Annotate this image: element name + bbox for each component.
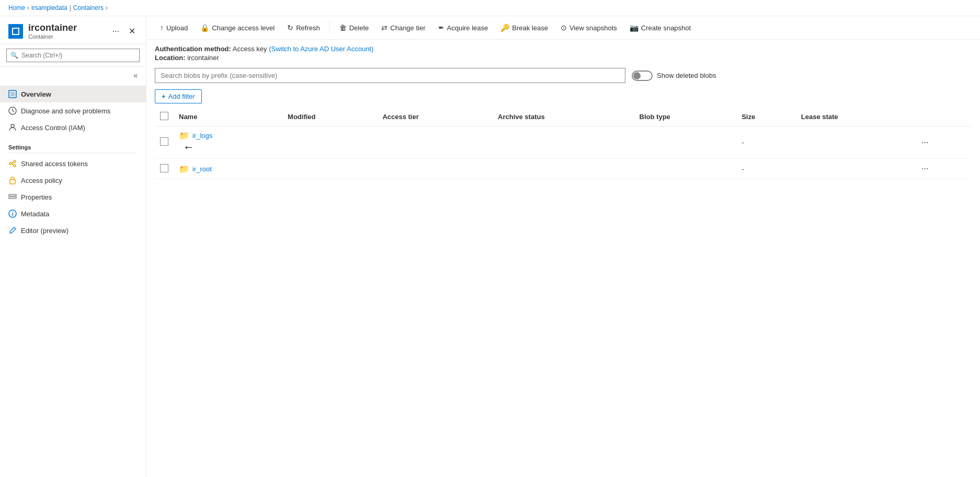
break-lease-button[interactable]: 🔑 Break lease xyxy=(495,20,553,35)
svg-point-4 xyxy=(9,162,12,165)
container-icon xyxy=(8,24,23,39)
row-1-access-tier xyxy=(377,126,493,159)
col-name: Name xyxy=(174,108,282,126)
blob-table: Name Modified Access tier Archive status… xyxy=(155,108,972,179)
row-2-more-button[interactable]: ··· xyxy=(918,163,931,174)
toolbar-separator-1 xyxy=(329,21,330,34)
show-deleted-label: Show deleted blobs xyxy=(657,72,716,79)
change-tier-button[interactable]: ⇄ Change tier xyxy=(376,20,430,35)
col-modified: Modified xyxy=(282,108,377,126)
breadcrumb-sep3: › xyxy=(106,4,108,11)
diagnose-icon xyxy=(8,107,17,115)
breadcrumb-storage[interactable]: irsampledata xyxy=(31,4,67,11)
access-policy-icon xyxy=(8,176,17,184)
add-filter-button[interactable]: + Add filter xyxy=(155,89,202,103)
acquire-lease-button[interactable]: ✒ Acquire lease xyxy=(433,20,494,35)
delete-button[interactable]: 🗑 Delete xyxy=(334,20,374,35)
breadcrumb-sep1: › xyxy=(27,4,29,11)
change-access-button[interactable]: 🔒 Change access level xyxy=(195,20,280,35)
col-checkbox xyxy=(155,108,174,126)
sidebar-item-metadata[interactable]: i Metadata xyxy=(0,205,146,222)
sidebar-item-diagnose[interactable]: Diagnose and solve problems xyxy=(0,102,146,119)
metadata-icon: i xyxy=(8,210,17,218)
table-area: Name Modified Access tier Archive status… xyxy=(146,108,980,477)
col-lease-state: Lease state xyxy=(796,108,913,126)
acquire-lease-icon: ✒ xyxy=(438,24,445,32)
sidebar-item-shared-access-label: Shared access tokens xyxy=(21,160,88,168)
blob-search-input[interactable] xyxy=(155,68,625,83)
properties-icon xyxy=(8,193,17,201)
auth-switch-link[interactable]: (Switch to Azure AD User Account) xyxy=(269,45,373,53)
col-blob-type: Blob type xyxy=(634,108,737,126)
row-1-checkbox[interactable] xyxy=(160,137,168,146)
upload-button[interactable]: ↑ Upload xyxy=(155,20,193,35)
create-snapshot-button[interactable]: 📷 Create snapshot xyxy=(624,20,696,35)
sidebar-item-editor[interactable]: Editor (preview) xyxy=(0,222,146,239)
upload-icon: ↑ xyxy=(160,24,164,32)
search-icon: 🔍 xyxy=(10,52,18,59)
col-size: Size xyxy=(736,108,796,126)
row-1-actions-cell: ··· xyxy=(913,126,972,159)
close-button[interactable]: ✕ xyxy=(127,26,138,36)
col-archive-status: Archive status xyxy=(493,108,634,126)
folder-icon-2: 📁 xyxy=(179,164,189,174)
view-snapshots-button[interactable]: ⊙ View snapshots xyxy=(555,20,622,35)
sidebar-item-metadata-label: Metadata xyxy=(21,210,49,218)
view-snapshots-icon: ⊙ xyxy=(561,24,567,32)
delete-icon: 🗑 xyxy=(339,24,347,32)
select-all-checkbox[interactable] xyxy=(160,112,168,120)
toolbar: ↑ Upload 🔒 Change access level ↻ Refresh… xyxy=(146,16,980,40)
sidebar-item-iam-label: Access Control (IAM) xyxy=(21,124,85,132)
auth-method-value: Access key xyxy=(233,45,267,53)
row-2-file-link[interactable]: 📁 ir_root xyxy=(179,164,277,174)
show-deleted-toggle[interactable] xyxy=(632,71,653,81)
view-snapshots-label: View snapshots xyxy=(569,24,617,32)
sidebar-item-overview[interactable]: Overview xyxy=(0,86,146,102)
auth-method-label: Authentication method: xyxy=(155,45,231,53)
row-2-name: ir_root xyxy=(192,165,212,173)
refresh-icon: ↻ xyxy=(287,24,293,32)
table-row: 📁 ir_root - ··· xyxy=(155,159,972,179)
break-lease-icon: 🔑 xyxy=(500,24,509,32)
sidebar-item-access-policy[interactable]: Access policy xyxy=(0,172,146,189)
row-checkbox-cell xyxy=(155,126,174,159)
breadcrumb-sep2: | xyxy=(70,4,71,11)
row-2-checkbox[interactable] xyxy=(160,164,168,172)
auth-info: Authentication method: Access key (Switc… xyxy=(146,40,980,64)
row-1-archive-status xyxy=(493,126,634,159)
row-1-file-link[interactable]: 📁 ir_logs xyxy=(179,131,277,141)
search-input[interactable] xyxy=(6,49,140,62)
sidebar-collapse-button[interactable]: « xyxy=(129,69,142,82)
acquire-lease-label: Acquire lease xyxy=(447,24,488,32)
table-header: Name Modified Access tier Archive status… xyxy=(155,108,972,126)
sidebar-subtitle: Container xyxy=(28,33,105,40)
row-1-lease-state xyxy=(796,126,913,159)
sidebar-item-access-policy-label: Access policy xyxy=(21,177,62,184)
svg-point-6 xyxy=(14,165,16,167)
arrow-annotation: ← xyxy=(183,141,195,154)
table-body: 📁 ir_logs ← - xyxy=(155,126,972,179)
left-arrow-icon: ← xyxy=(183,141,195,154)
create-snapshot-icon: 📷 xyxy=(630,24,639,32)
sidebar-item-diagnose-label: Diagnose and solve problems xyxy=(21,107,110,115)
row-checkbox-cell xyxy=(155,159,174,179)
breadcrumb-containers[interactable]: Containers xyxy=(73,4,104,11)
row-2-modified xyxy=(282,159,377,179)
sidebar-item-properties[interactable]: Properties xyxy=(0,189,146,205)
filter-area: + Add filter xyxy=(146,87,980,108)
sidebar-item-shared-access[interactable]: Shared access tokens xyxy=(0,155,146,172)
sidebar-item-iam[interactable]: Access Control (IAM) xyxy=(0,119,146,136)
sidebar-item-overview-label: Overview xyxy=(21,90,51,98)
overview-icon xyxy=(8,90,17,98)
lock-icon: 🔒 xyxy=(200,24,209,32)
row-1-more-button[interactable]: ··· xyxy=(918,137,931,148)
break-lease-label: Break lease xyxy=(512,24,548,32)
svg-rect-1 xyxy=(10,92,15,96)
row-2-size: - xyxy=(736,159,796,179)
svg-rect-7 xyxy=(10,180,15,184)
refresh-button[interactable]: ↻ Refresh xyxy=(282,20,325,35)
svg-text:i: i xyxy=(12,211,14,217)
sidebar-more-button[interactable]: ··· xyxy=(110,27,121,36)
row-2-name-cell: 📁 ir_root xyxy=(174,159,282,179)
breadcrumb-home[interactable]: Home xyxy=(8,4,25,11)
